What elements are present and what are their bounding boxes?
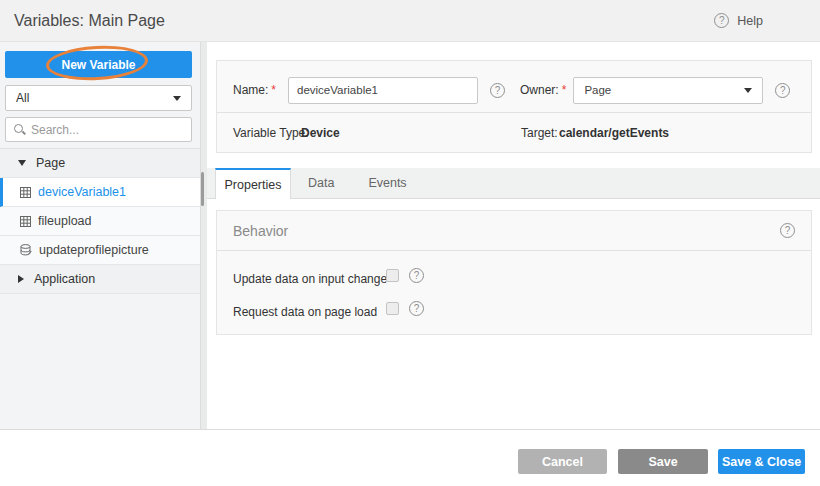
variable-type-label: Variable Type: [233,126,309,140]
request-on-page-load-row: Request data on page load [233,302,811,317]
help-link[interactable]: Help [714,13,763,28]
tree-group-label: Application [34,272,95,286]
owner-select[interactable]: Page [573,77,763,104]
field-help-icon[interactable] [409,268,424,283]
behavior-section: Behavior Update data on input change Req… [216,210,812,335]
live-variable-icon [20,244,32,256]
device-variable-icon [20,187,31,198]
update-on-input-change-row: Update data on input change [233,269,811,284]
dialog-header: Variables: Main Page Help [0,0,820,42]
tree-item-updateprofilepicture[interactable]: updateprofilepicture [0,236,200,265]
type-target-row: Variable Type: Device Target: calendar/g… [217,113,811,153]
variable-detail-panel: Name: * Owner: * Page Variable Type: Dev… [207,42,820,429]
variables-sidebar: New Variable All Page deviceVariable1 fi… [0,42,200,429]
field-help-icon[interactable] [409,301,424,316]
tree-group-application[interactable]: Application [0,265,200,294]
tab-data[interactable]: Data [291,168,351,198]
page-title: Variables: Main Page [14,12,165,30]
target-value: calendar/getEvents [559,126,669,140]
behavior-header: Behavior [217,211,811,251]
required-asterisk: * [562,83,567,97]
required-asterisk: * [271,83,276,97]
behavior-help-icon[interactable] [780,223,795,238]
cancel-button[interactable]: Cancel [518,449,607,474]
variable-type-value: Device [301,126,340,140]
tree-item-devicevariable1[interactable]: deviceVariable1 [0,178,200,207]
tree-group-label: Page [36,156,65,170]
owner-label: Owner: [520,83,559,97]
name-owner-row: Name: * Owner: * Page [217,61,811,106]
variable-tree: Page deviceVariable1 fileupload updatepr… [0,148,200,294]
triangle-expanded-icon [18,160,26,166]
tree-item-label: deviceVariable1 [38,185,126,199]
field-label: Update data on input change [233,272,387,286]
tree-item-label: updateprofilepicture [39,243,149,257]
help-circle-icon [714,13,729,28]
save-and-close-button[interactable]: Save & Close [718,449,805,474]
help-label: Help [737,14,763,28]
tree-group-page[interactable]: Page [0,149,200,178]
variable-summary-panel: Name: * Owner: * Page Variable Type: Dev… [216,60,812,153]
sidebar-scrollbar-track [200,42,207,429]
name-label: Name: [233,83,268,97]
field-label: Request data on page load [233,305,377,319]
save-button[interactable]: Save [618,449,708,474]
device-variable-icon [20,216,31,227]
dialog-footer: Cancel Save Save & Close [0,429,820,486]
name-input[interactable] [288,77,478,104]
sidebar-scrollbar-thumb[interactable] [201,172,204,206]
tree-item-label: fileupload [38,214,92,228]
filter-selected-value: All [16,91,173,105]
tree-item-fileupload[interactable]: fileupload [0,207,200,236]
target-label: Target: [521,126,558,140]
variable-filter-select[interactable]: All [5,85,192,111]
tab-events[interactable]: Events [351,168,423,198]
search-input[interactable] [31,123,183,137]
triangle-collapsed-icon [18,275,24,283]
owner-selected-value: Page [584,84,744,96]
request-on-page-load-checkbox[interactable] [386,302,399,315]
update-on-input-change-checkbox[interactable] [386,269,399,282]
new-variable-button[interactable]: New Variable [5,51,192,78]
behavior-title: Behavior [233,223,288,239]
chevron-down-icon [173,96,181,101]
chevron-down-icon [744,88,752,93]
detail-tabbar: Properties Data Events [207,168,820,199]
owner-help-icon[interactable] [775,83,790,98]
variable-search-box [5,117,192,142]
search-icon [14,124,25,135]
tab-properties[interactable]: Properties [215,168,291,199]
name-help-icon[interactable] [490,83,505,98]
